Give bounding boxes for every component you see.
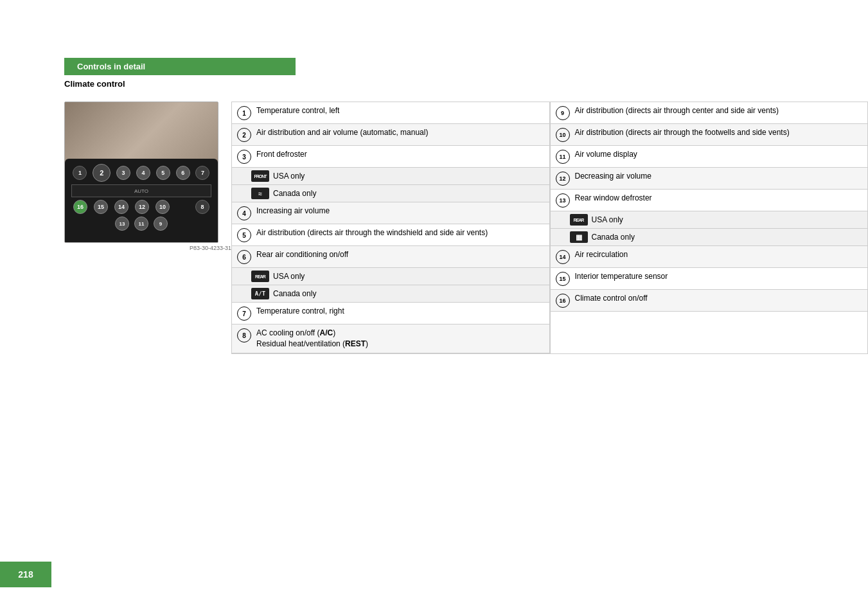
item-num-2: 2	[237, 128, 251, 142]
main-content: 1 2 3 4 5 6 7 AUTO 16 15	[64, 102, 868, 354]
table-row: 4 Increasing air volume	[232, 202, 549, 224]
ctrl-10: 10	[155, 200, 170, 214]
item-num-8: 8	[237, 328, 251, 342]
item-text-11: Air volume display	[575, 149, 863, 160]
ctrl-16: 16	[73, 200, 87, 214]
sub-row-front-usa: FRONT USA only	[232, 168, 549, 185]
rear-def-canada-icon: ▦	[570, 231, 588, 243]
item-num-7: 7	[237, 306, 251, 321]
item-text-16: Climate control on/off	[575, 293, 863, 304]
table-row: 8 AC cooling on/off (A/C) Residual heat/…	[232, 324, 549, 353]
item-num-10: 10	[556, 128, 570, 142]
tables-area: 1 Temperature control, left 2 Air distri…	[231, 102, 868, 354]
item-num-13: 13	[556, 193, 570, 208]
item-num-4: 4	[237, 206, 251, 220]
item-text-4: Increasing air volume	[256, 206, 544, 217]
table-row: 11 Air volume display	[551, 146, 868, 168]
sub-row-rear-def-usa: REAR USA only	[551, 211, 868, 229]
item-num-15: 15	[556, 272, 570, 286]
ctrl-7: 7	[195, 166, 209, 180]
ctrl-12: 12	[135, 200, 149, 214]
page-footer: 218	[0, 562, 51, 587]
item-num-9: 9	[556, 106, 570, 120]
table-row: 6 Rear air conditioning on/off	[232, 246, 549, 268]
table-row: 3 Front defroster	[232, 146, 549, 168]
sub-row-rear-usa: REAR USA only	[232, 268, 549, 285]
item-num-14: 14	[556, 250, 570, 264]
ctrl-8: 8	[195, 200, 209, 214]
sub-row-front-canada: ≈ Canada only	[232, 185, 549, 202]
rear-usa-icon: REAR	[251, 271, 269, 282]
section-title: Controls in detail	[77, 62, 145, 71]
rear-def-canada-label: Canada only	[592, 233, 635, 242]
ctrl-3: 3	[116, 166, 130, 180]
table-row: 9 Air distribution (directs air through …	[551, 102, 868, 124]
rear-usa-label: USA only	[273, 272, 305, 281]
item-text-15: Interior temperature sensor	[575, 271, 863, 282]
table-row: 15 Interior temperature sensor	[551, 268, 868, 290]
table-row: 7 Temperature control, right	[232, 303, 549, 324]
table-row: 2 Air distribution and air volume (autom…	[232, 124, 549, 146]
item-text-1: Temperature control, left	[256, 105, 544, 116]
rear-def-usa-icon: REAR	[570, 214, 588, 226]
item-num-16: 16	[556, 294, 570, 308]
item-text-13: Rear window defroster	[575, 193, 863, 204]
item-text-8: AC cooling on/off (A/C) Residual heat/ve…	[256, 328, 368, 350]
table-row: 12 Decreasing air volume	[551, 168, 868, 190]
image-panel: 1 2 3 4 5 6 7 AUTO 16 15	[64, 102, 231, 354]
item-text-12: Decreasing air volume	[575, 171, 863, 182]
item-text-10: Air distribution (directs air through th…	[575, 127, 863, 138]
table-row: 13 Rear window defroster	[551, 190, 868, 211]
ctrl-5: 5	[156, 166, 170, 180]
ctrl-13: 13	[115, 217, 129, 231]
ctrl-14: 14	[114, 200, 128, 214]
front-canada-icon: ≈	[251, 188, 269, 199]
front-usa-icon: FRONT	[251, 170, 269, 182]
table-row: 16 Climate control on/off	[551, 290, 868, 312]
front-usa-label: USA only	[273, 172, 305, 181]
table-row: 5 Air distribution (directs air through …	[232, 224, 549, 246]
ctrl-1: 1	[73, 166, 87, 180]
rear-canada-label: Canada only	[273, 289, 316, 298]
sub-row-rear-canada: A/T Canada only	[232, 285, 549, 303]
sub-row-rear-def-canada: ▦ Canada only	[551, 229, 868, 246]
item-num-12: 12	[556, 172, 570, 186]
car-image: 1 2 3 4 5 6 7 AUTO 16 15	[64, 102, 218, 243]
section-header: Controls in detail	[64, 58, 296, 75]
rear-def-usa-label: USA only	[592, 215, 623, 224]
left-table: 1 Temperature control, left 2 Air distri…	[231, 102, 550, 354]
front-canada-label: Canada only	[273, 189, 316, 198]
table-row: 1 Temperature control, left	[232, 102, 549, 124]
ctrl-9: 9	[154, 217, 168, 231]
table-row: 10 Air distribution (directs air through…	[551, 124, 868, 146]
item-num-6: 6	[237, 250, 251, 264]
ctrl-15: 15	[94, 200, 108, 214]
rear-canada-icon: A/T	[251, 288, 269, 299]
right-table: 9 Air distribution (directs air through …	[550, 102, 869, 354]
ctrl-2: 2	[93, 164, 111, 182]
item-num-5: 5	[237, 228, 251, 242]
ctrl-6: 6	[176, 166, 190, 180]
image-caption: P83-30-4233-31	[64, 245, 231, 251]
item-num-11: 11	[556, 150, 570, 164]
item-text-5: Air distribution (directs air through th…	[256, 227, 544, 238]
item-text-3: Front defroster	[256, 149, 544, 160]
item-text-7: Temperature control, right	[256, 306, 544, 317]
item-text-9: Air distribution (directs air through ce…	[575, 105, 863, 116]
item-num-3: 3	[237, 150, 251, 164]
ctrl-11: 11	[134, 217, 148, 231]
item-text-6: Rear air conditioning on/off	[256, 249, 544, 260]
page-title: Climate control	[64, 79, 868, 89]
ctrl-4: 4	[136, 166, 150, 180]
item-num-1: 1	[237, 106, 251, 120]
table-row: 14 Air recirculation	[551, 246, 868, 268]
item-text-14: Air recirculation	[575, 249, 863, 260]
page-number: 218	[0, 562, 51, 587]
item-text-2: Air distribution and air volume (automat…	[256, 127, 544, 138]
